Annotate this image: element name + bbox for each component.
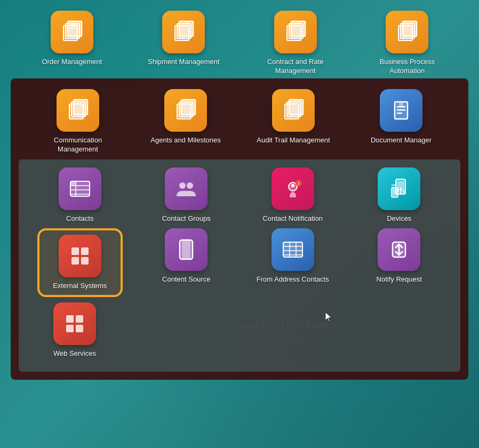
contact-groups[interactable]: Contact Groups <box>143 167 229 223</box>
business-process-automation[interactable]: Business Process Automation <box>364 11 450 76</box>
content-source[interactable]: Content Source <box>143 228 229 297</box>
svg-rect-24 <box>397 106 405 108</box>
svg-rect-25 <box>397 109 405 111</box>
from-address-icon <box>272 228 314 271</box>
order-management-icon <box>51 11 93 53</box>
shipment-management[interactable]: Shipment Management <box>141 11 226 76</box>
inner-row-1: Contacts Contact Groups <box>27 167 452 223</box>
svg-rect-32 <box>71 182 75 185</box>
inner-panel: Contacts Contact Groups <box>19 159 460 372</box>
panel-row-1: Communication Management Agents and Mile… <box>19 86 460 157</box>
svg-point-34 <box>187 182 193 189</box>
audit-label: Audit Trail Management <box>257 136 330 145</box>
svg-rect-51 <box>71 257 79 265</box>
contract-rate-icon <box>274 11 317 53</box>
communication-label: Communication Management <box>35 136 121 154</box>
order-management[interactable]: Order Management <box>29 11 115 76</box>
svg-rect-19 <box>181 100 195 115</box>
svg-rect-63 <box>76 315 83 323</box>
document-manager[interactable]: Document Manager <box>358 89 444 154</box>
svg-rect-43 <box>393 189 397 195</box>
external-systems-label: External Systems <box>53 282 107 291</box>
contacts-label: Contacts <box>66 214 93 223</box>
notify-request[interactable]: Notify Request <box>356 228 442 297</box>
svg-rect-47 <box>400 187 402 193</box>
devices-icon <box>378 167 420 210</box>
audit-icon <box>272 89 315 132</box>
audit-trail[interactable]: Audit Trail Management <box>251 89 336 154</box>
svg-rect-13 <box>403 21 417 36</box>
svg-rect-44 <box>392 185 396 186</box>
svg-point-33 <box>179 182 186 189</box>
svg-rect-65 <box>76 325 83 332</box>
svg-rect-52 <box>81 257 89 265</box>
web-services-icon <box>53 302 96 345</box>
communication-icon <box>57 89 99 132</box>
svg-rect-10 <box>291 21 305 36</box>
document-icon <box>380 89 422 132</box>
svg-rect-3 <box>70 25 77 26</box>
top-row: Order Management Shipment Management <box>5 5 474 76</box>
contact-groups-icon <box>165 167 207 210</box>
svg-rect-26 <box>397 113 402 114</box>
contact-groups-label: Contact Groups <box>162 214 211 223</box>
svg-rect-64 <box>66 325 74 332</box>
svg-rect-4 <box>70 28 75 29</box>
agents-label: Agents and Milestones <box>150 136 221 145</box>
from-address-contacts[interactable]: From Address Contacts <box>250 228 336 297</box>
svg-rect-45 <box>392 187 394 188</box>
external-systems[interactable]: External Systems <box>37 228 123 297</box>
communication-management[interactable]: Communication Management <box>35 89 121 154</box>
svg-point-36 <box>291 184 294 187</box>
business-process-icon <box>386 11 428 53</box>
web-services-label: Web Services <box>53 349 96 358</box>
from-address-label: From Address Contacts <box>257 275 329 284</box>
order-management-label: Order Management <box>42 58 102 67</box>
svg-rect-48 <box>403 190 404 193</box>
svg-rect-16 <box>74 100 87 115</box>
contract-rate-label: Contract and Rate Management <box>253 58 338 76</box>
content-source-label: Content Source <box>162 275 210 284</box>
watermark: upsbutton.com <box>239 319 330 331</box>
devices[interactable]: Devices <box>356 167 442 223</box>
document-label: Document Manager <box>371 136 432 145</box>
svg-rect-62 <box>66 315 74 323</box>
contacts-icon <box>59 167 101 210</box>
notify-request-label: Notify Request <box>377 275 422 284</box>
svg-rect-54 <box>182 240 190 259</box>
inner-row-2: External Systems Content Source <box>27 228 452 297</box>
external-systems-icon <box>59 235 101 277</box>
agents-milestones[interactable]: Agents and Milestones <box>143 89 228 154</box>
svg-text:!: ! <box>298 181 299 186</box>
svg-rect-50 <box>81 247 89 255</box>
svg-rect-46 <box>397 189 399 193</box>
dark-panel: Communication Management Agents and Mile… <box>11 78 468 380</box>
main-container: Order Management Shipment Management <box>0 0 479 448</box>
contact-notification-label: Contact Notification <box>262 214 323 223</box>
svg-rect-7 <box>179 21 193 36</box>
contacts[interactable]: Contacts <box>37 167 123 223</box>
contract-rate-management[interactable]: Contract and Rate Management <box>253 11 338 76</box>
business-process-label: Business Process Automation <box>364 58 450 76</box>
notify-request-icon <box>378 228 420 271</box>
shipment-management-label: Shipment Management <box>148 58 219 67</box>
inner-row-3: Web Services upsbutton.com <box>27 302 452 358</box>
svg-rect-49 <box>71 247 79 255</box>
contact-notification-icon: ! <box>272 167 314 210</box>
contact-notification[interactable]: ! Contact Notification <box>250 167 336 223</box>
shipment-management-icon <box>162 11 205 53</box>
web-services[interactable]: Web Services <box>32 302 117 358</box>
agents-icon <box>164 89 207 132</box>
devices-label: Devices <box>387 214 411 223</box>
content-source-icon <box>165 228 207 271</box>
svg-rect-22 <box>289 100 303 115</box>
